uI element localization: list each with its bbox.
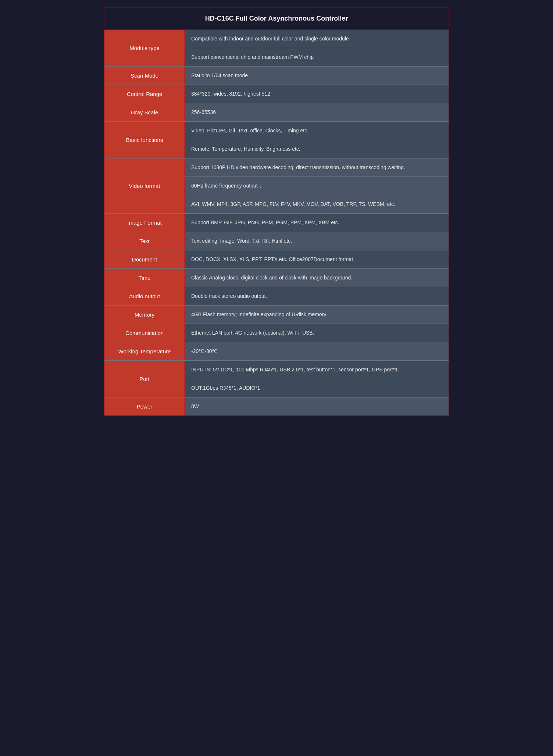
value-module-type-0: Compatible with indoor and outdoor full …	[185, 30, 449, 48]
label-memory: Memory	[104, 306, 185, 324]
value-image-format: Support BMP, GIF, JPG, PNG, PBM, PGM, PP…	[185, 214, 449, 232]
row-communication: CommunicationEthernet LAN port, 4G netwo…	[104, 324, 449, 342]
value-control-range: 384*320, widest 8192, highest 512	[185, 85, 449, 103]
label-time: Time	[104, 269, 185, 287]
row-gray-scale: Gray Scale256-65536	[104, 103, 449, 122]
row-control-range: Control Range384*320, widest 8192, highe…	[104, 85, 449, 103]
values-video-format: Support 1080P HD video hardware decoding…	[185, 158, 449, 213]
spec-table: HD-C16C Full Color Asynchronous Controll…	[104, 7, 449, 416]
row-text: TextText editing, Image, Word, Txt, Rtf,…	[104, 232, 449, 250]
value-video-format-0: Support 1080P HD video hardware decoding…	[185, 158, 449, 177]
label-gray-scale: Gray Scale	[104, 103, 185, 121]
row-memory: Memory4GB Flash memory; Indefinite expan…	[104, 306, 449, 324]
label-basic-functions: Basic functions	[104, 122, 185, 158]
row-basic-functions: Basic functionsVideo, Pictures, Gif, Tex…	[104, 122, 449, 158]
value-video-format-1: 60Hz frame frequency output；	[185, 177, 449, 195]
row-audio-output: Audio outputDouble track stereo audio ou…	[104, 287, 449, 306]
value-video-format-2: AVI, WMV, MP4, 3GP, ASF, MPG, FLV, F4V, …	[185, 195, 449, 213]
table-body: Module typeCompatible with indoor and ou…	[104, 30, 449, 416]
values-module-type: Compatible with indoor and outdoor full …	[185, 30, 449, 66]
label-video-format: Video format	[104, 158, 185, 213]
row-module-type: Module typeCompatible with indoor and ou…	[104, 30, 449, 67]
value-memory: 4GB Flash memory; Indefinite expanding o…	[185, 306, 449, 324]
table-title: HD-C16C Full Color Asynchronous Controll…	[104, 8, 449, 30]
value-document: DOC, DOCX, XLSX, XLS, PPT, PPTX etc. Off…	[185, 250, 449, 268]
value-port-0: INPUTS: 5V DC*1, 100 Mbps RJ45*1, USB 2.…	[185, 361, 449, 379]
row-document: DocumentDOC, DOCX, XLSX, XLS, PPT, PPTX …	[104, 250, 449, 269]
label-power: Power	[104, 397, 185, 416]
label-communication: Communication	[104, 324, 185, 342]
value-working-temperature: -20℃-80℃	[185, 342, 449, 360]
value-gray-scale: 256-65536	[185, 103, 449, 121]
label-document: Document	[104, 250, 185, 268]
label-image-format: Image Format	[104, 214, 185, 232]
row-time: TimeClassic Analog clock, digital clock …	[104, 269, 449, 287]
row-video-format: Video formatSupport 1080P HD video hardw…	[104, 158, 449, 214]
value-port-1: OUT:1Gbps RJ45*1, AUDIO*1	[185, 379, 449, 397]
row-image-format: Image FormatSupport BMP, GIF, JPG, PNG, …	[104, 214, 449, 232]
label-scan-mode: Scan Mode	[104, 67, 185, 85]
value-module-type-1: Support conventional chip and mainstream…	[185, 48, 449, 66]
value-basic-functions-1: Remote, Temperature, Humidity, Brightnes…	[185, 140, 449, 158]
label-control-range: Control Range	[104, 85, 185, 103]
value-scan-mode: Static to 1/64 scan mode	[185, 67, 449, 85]
value-basic-functions-0: Video, Pictures, Gif, Text, office, Cloc…	[185, 122, 449, 140]
label-port: Port	[104, 361, 185, 397]
values-port: INPUTS: 5V DC*1, 100 Mbps RJ45*1, USB 2.…	[185, 361, 449, 397]
values-basic-functions: Video, Pictures, Gif, Text, office, Cloc…	[185, 122, 449, 158]
value-text: Text editing, Image, Word, Txt, Rtf, Htm…	[185, 232, 449, 250]
value-communication: Ethernet LAN port, 4G network (optional)…	[185, 324, 449, 342]
row-power: Power8W	[104, 397, 449, 416]
label-audio-output: Audio output	[104, 287, 185, 305]
label-working-temperature: Working Temperature	[104, 342, 185, 360]
value-time: Classic Analog clock, digital clock and …	[185, 269, 449, 287]
value-power: 8W	[185, 397, 449, 416]
label-module-type: Module type	[104, 30, 185, 66]
label-text: Text	[104, 232, 185, 250]
row-scan-mode: Scan ModeStatic to 1/64 scan mode	[104, 67, 449, 85]
row-port: PortINPUTS: 5V DC*1, 100 Mbps RJ45*1, US…	[104, 361, 449, 397]
row-working-temperature: Working Temperature-20℃-80℃	[104, 342, 449, 361]
value-audio-output: Double track stereo audio output.	[185, 287, 449, 305]
